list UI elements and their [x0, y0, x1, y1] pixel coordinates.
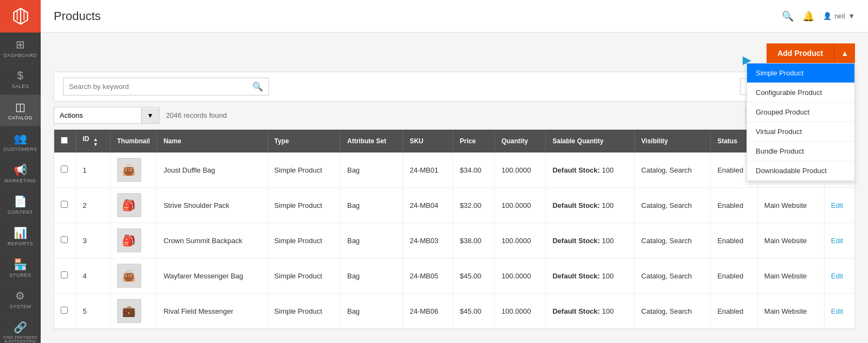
- row-salable-quantity: Default Stock: 100: [546, 223, 635, 258]
- select-all-checkbox[interactable]: [61, 137, 68, 144]
- user-icon: 👤: [823, 12, 832, 20]
- sidebar-item-catalog[interactable]: ◫ Catalog: [0, 95, 41, 126]
- table-row: 3 🎒 Crown Summit Backpack Simple Product…: [54, 223, 854, 258]
- th-name: Name: [157, 130, 267, 153]
- magento-logo-icon: [11, 7, 30, 26]
- row-thumbnail: 👜: [110, 153, 157, 188]
- actions-dropdown[interactable]: Actions: [54, 107, 141, 123]
- header-actions: 🔍 🔔 👤 neil ▼: [782, 10, 855, 22]
- row-id: 4: [76, 258, 110, 294]
- th-price: Price: [453, 130, 495, 153]
- th-sku: SKU: [403, 130, 453, 153]
- search-icon[interactable]: 🔍: [782, 10, 794, 22]
- sidebar-item-system[interactable]: ⚙ System: [0, 284, 41, 315]
- row-attribute-set: Bag: [340, 294, 403, 329]
- row-sku: 24-MB03: [403, 223, 453, 258]
- row-quantity: 100.0000: [495, 294, 546, 329]
- sidebar-item-label-system: System: [9, 304, 31, 309]
- actions-left: Actions ▼ 2046 records found: [54, 107, 227, 124]
- th-visibility: Visibility: [635, 130, 711, 153]
- row-type: Simple Product: [267, 294, 340, 329]
- sidebar-item-customers[interactable]: 👥 Customers: [0, 126, 41, 158]
- row-attribute-set: Bag: [340, 223, 403, 258]
- thumbnail-image: 👜: [117, 264, 141, 288]
- dropdown-item-simple-label: Simple Product: [756, 69, 803, 77]
- dropdown-item-configurable[interactable]: Configurable Product: [747, 83, 854, 103]
- sidebar-item-stores[interactable]: 🏪 Stores: [0, 252, 41, 284]
- add-product-button[interactable]: Add Product: [767, 43, 834, 63]
- row-thumbnail: 🎒: [110, 223, 157, 258]
- edit-link[interactable]: Edit: [831, 272, 843, 280]
- add-product-group: Add Product ▲ Simple Product Configurabl…: [767, 43, 855, 63]
- edit-link[interactable]: Edit: [831, 307, 843, 315]
- row-websites: Main Website: [757, 294, 824, 329]
- search-box: 🔍: [63, 78, 269, 96]
- row-checkbox[interactable]: [61, 271, 68, 278]
- table-row: 5 💼 Rival Field Messenger Simple Product…: [54, 294, 854, 329]
- edit-link[interactable]: Edit: [831, 201, 843, 209]
- id-sort-icon: ▲▼: [93, 137, 98, 147]
- products-table-wrapper: ID ▲▼ Thumbnail Name Type Attribute Set …: [54, 129, 855, 329]
- row-sku: 24-MB01: [403, 153, 453, 188]
- sidebar-item-marketing[interactable]: 📢 Marketing: [0, 158, 41, 189]
- row-salable-quantity: Default Stock: 100: [546, 153, 635, 188]
- row-type: Simple Product: [267, 153, 340, 188]
- row-price: $45.00: [453, 258, 495, 294]
- row-action: Edit: [824, 294, 854, 329]
- sidebar-item-label-content: Content: [8, 209, 33, 215]
- catalog-icon: ◫: [15, 100, 26, 113]
- page-title: Products: [54, 9, 101, 23]
- dropdown-item-virtual[interactable]: Virtual Product: [747, 122, 854, 142]
- row-checkbox[interactable]: [61, 201, 68, 208]
- sidebar-item-find-partners[interactable]: 🔗 Find Partners & Extensions: [0, 315, 41, 343]
- row-visibility: Catalog, Search: [635, 258, 711, 294]
- row-checkbox[interactable]: [61, 307, 68, 314]
- row-attribute-set: Bag: [340, 188, 403, 223]
- row-quantity: 100.0000: [495, 153, 546, 188]
- add-product-dropdown-toggle[interactable]: ▲: [834, 43, 855, 63]
- sidebar-item-reports[interactable]: 📊 Reports: [0, 221, 41, 252]
- row-name: Rival Field Messenger: [157, 294, 267, 329]
- dropdown-item-simple[interactable]: Simple Product: [747, 63, 854, 83]
- row-checkbox[interactable]: [61, 166, 68, 173]
- user-menu[interactable]: 👤 neil ▼: [823, 12, 855, 20]
- row-salable-quantity: Default Stock: 100: [546, 258, 635, 294]
- username-label: neil: [834, 12, 845, 20]
- sidebar-item-sales[interactable]: $ Sales: [0, 64, 41, 95]
- search-submit-icon[interactable]: 🔍: [252, 81, 263, 92]
- thumbnail-image: 🎒: [117, 193, 141, 217]
- dropdown-item-bundle[interactable]: Bundle Product: [747, 142, 854, 161]
- row-action: Edit: [824, 188, 854, 223]
- sidebar-item-dashboard[interactable]: ⊞ Dashboard: [0, 33, 41, 64]
- table-row: 1 👜 Joust Duffle Bag Simple Product Bag …: [54, 153, 854, 188]
- dropdown-item-downloadable[interactable]: Downloadable Product: [747, 161, 854, 181]
- row-quantity: 100.0000: [495, 188, 546, 223]
- row-sku: 24-MB05: [403, 258, 453, 294]
- sidebar-item-label-catalog: Catalog: [8, 115, 33, 120]
- add-product-dropdown-menu: Simple Product Configurable Product Grou…: [746, 63, 855, 181]
- edit-link[interactable]: Edit: [831, 237, 843, 245]
- sidebar-item-label-reports: Reports: [8, 241, 33, 246]
- bell-icon[interactable]: 🔔: [802, 10, 814, 22]
- search-input[interactable]: [69, 82, 252, 91]
- th-type: Type: [267, 130, 340, 153]
- row-id: 3: [76, 223, 110, 258]
- table-row: 4 👜 Wayfarer Messenger Bag Simple Produc…: [54, 258, 854, 294]
- row-visibility: Catalog, Search: [635, 188, 711, 223]
- sidebar-item-label-marketing: Marketing: [4, 178, 36, 183]
- dropdown-item-bundle-label: Bundle Product: [756, 147, 804, 155]
- row-price: $45.00: [453, 294, 495, 329]
- row-quantity: 100.0000: [495, 223, 546, 258]
- row-visibility: Catalog, Search: [635, 153, 711, 188]
- sidebar-item-label-customers: Customers: [4, 147, 37, 152]
- dropdown-item-grouped[interactable]: Grouped Product: [747, 103, 854, 122]
- row-price: $34.00: [453, 153, 495, 188]
- th-id[interactable]: ID ▲▼: [76, 130, 110, 153]
- sidebar-item-content[interactable]: 📄 Content: [0, 189, 41, 221]
- row-action: Edit: [824, 258, 854, 294]
- row-salable-quantity: Default Stock: 100: [546, 294, 635, 329]
- row-thumbnail: 💼: [110, 294, 157, 329]
- row-checkbox[interactable]: [61, 236, 68, 243]
- actions-dropdown-toggle[interactable]: ▼: [141, 108, 159, 123]
- th-quantity: Quantity: [495, 130, 546, 153]
